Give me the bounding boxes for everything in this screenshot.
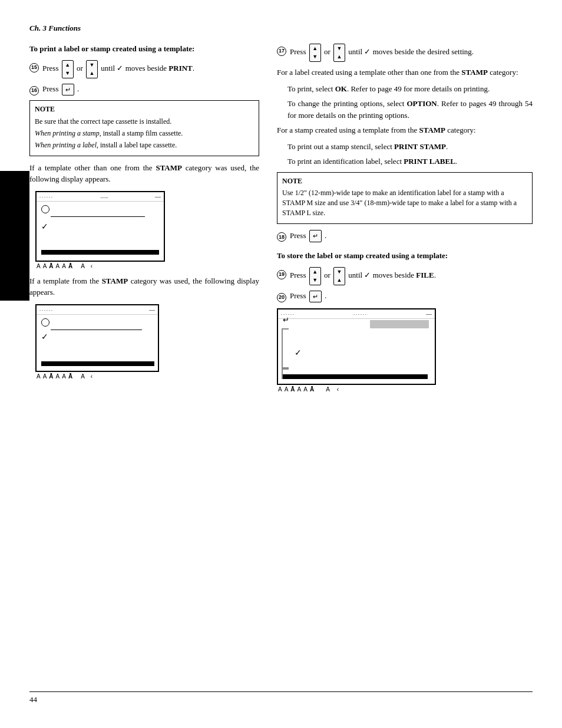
indent-print-label: To print an identification label, select… [287,156,533,167]
kb-label: A [56,263,60,269]
display1-circle [41,205,49,213]
note-right-text: Use 1/2″ (12-mm)-wide tape to make an id… [282,188,527,218]
page: Ch. 3 Functions To print a label or stam… [0,0,562,728]
display2-keyboard-labels: A A Ā A A Ā A ‹ [35,373,259,380]
display-right-bottom-bar [283,374,428,379]
display2-topbar: ...... — [37,305,158,315]
indent-ok: To print, select OK. Refer to page 49 fo… [287,83,533,95]
step-17-content: Press ▲▼ or ▼▲ until ✓ moves beside the … [290,44,533,62]
para-stamp-category: For a stamp created using a template fro… [277,124,533,136]
kb-label: ‹ [337,386,339,393]
up-key-15[interactable]: ▲▼ [62,60,74,78]
display2-circle [41,318,49,327]
step-18-num: 18 [277,230,286,242]
step-19-content: Press ▲▼ or ▼▲ until ✓ moves beside FILE… [290,267,533,285]
para-stamp-template-left: If a template from the STAMP category wa… [29,275,259,298]
enter-key-20[interactable]: ↵ [309,291,322,303]
note-label-right: NOTE [282,176,527,186]
kb-label-bold: Ā [290,386,295,393]
display-right-bracket-top [282,328,289,368]
enter-key-16[interactable]: ↵ [62,84,74,96]
display1-dots-left: ...... [39,193,54,200]
indent-option: To change the printing options, select O… [287,98,533,121]
up-key-17[interactable]: ▲▼ [309,44,321,62]
display1-screen: ...... ...... — ✓ [35,191,165,262]
kb-label: A [62,373,66,380]
step-19: 19 Press ▲▼ or ▼▲ until ✓ moves beside F… [277,267,533,285]
kb-label-bold: Ā [49,373,53,380]
step-19-num: 19 [277,268,286,279]
step-16-num: 16 [29,84,39,95]
kb-label-bold: Ā [49,263,53,269]
para-other-category: For a label created using a template oth… [277,67,533,78]
right-section-title: To store the label or stamp created usin… [277,251,533,261]
page-footer: 44 [29,691,533,704]
enter-key-18[interactable]: ↵ [309,230,322,242]
display-right-check: ✓ [295,348,302,358]
kb-label: A [303,386,308,393]
display2-check-line [49,332,141,344]
step-15: 15 Press ▲▼ or ▼▲ until ✓ moves beside P… [29,60,259,78]
display1-container: ...... ...... — ✓ A A Ā A A Ā [35,191,259,269]
kb-label: A [37,373,41,380]
kb-label: A [81,373,85,380]
note-box-right: NOTE Use 1/2″ (12-mm)-wide tape to make … [277,172,533,224]
page-number: 44 [29,695,37,704]
kb-label: A [43,263,47,269]
step-20-content: Press ↵ . [290,290,533,302]
display-right-dash: — [426,311,432,317]
kb-label: A [37,263,41,269]
step-18-content: Press ↵ . [290,230,533,242]
kb-label: A [81,263,85,269]
display1-dash: — [155,193,161,200]
display1-dots-right: ...... [100,193,108,200]
kb-label: A [278,386,282,393]
display2-screen: ...... — ✓ [35,304,159,372]
step-18: 18 Press ↵ . [277,230,533,242]
kb-label-bold: Ā [310,386,314,393]
display-right-screen: ...... ...... — ↵ ✓ [277,308,436,385]
kb-label-bold: Ā [68,373,72,380]
kb-label: A [297,386,302,393]
note-line-2: When printing a stamp, install a stamp f… [35,129,254,139]
display-right-enter: ↵ [283,315,289,325]
display2-dash: — [149,307,155,313]
step-17: 17 Press ▲▼ or ▼▲ until ✓ moves beside t… [277,44,533,62]
display1-check: ✓ [41,222,48,232]
step-16: 16 Press ↵ . [29,83,259,95]
step-20-num: 20 [277,291,286,302]
note-line-1: Be sure that the correct tape cassette i… [35,117,254,127]
para-other-template-left: If a template other than one from the ST… [29,162,259,185]
note-label-left: NOTE [35,104,254,114]
up-key-19[interactable]: ▲▼ [309,267,321,285]
kb-label: ‹ [91,373,92,380]
left-section-title: To print a label or stamp created using … [29,44,259,54]
display2-bottom-bar [41,361,154,366]
display-right-keyboard: A A Ā A A Ā A ‹ [277,386,533,393]
note-box-left: NOTE Be sure that the correct tape casse… [29,100,259,156]
kb-label: A [43,373,47,380]
kb-label: ‹ [91,263,92,269]
down-key-19[interactable]: ▼▲ [333,267,345,285]
step-20: 20 Press ↵ . [277,290,533,302]
indent-print-stamp: To print out a stamp stencil, select PRI… [287,141,533,153]
two-col-layout: To print a label or stamp created using … [29,44,533,691]
step-15-content: Press ▲▼ or ▼▲ until ✓ moves beside PRIN… [42,60,259,78]
step-15-num: 15 [29,61,39,73]
display1-keyboard-labels: A A Ā A A Ā A ‹ [35,263,259,269]
kb-label: A [62,263,66,269]
kb-label-bold: Ā [68,263,72,269]
step-16-content: Press ↵ . [42,83,259,95]
down-key-17[interactable]: ▼▲ [333,44,345,62]
display-right-container: ...... ...... — ↵ ✓ [277,308,533,393]
display2-check: ✓ [41,332,48,342]
chapter-header: Ch. 3 Functions [29,24,533,33]
display2-container: ...... — ✓ A A Ā A A Ā A [35,304,259,380]
display1-circle-line [51,205,145,217]
black-sidebar [0,171,29,301]
display-right-dots-right: ...... [353,311,368,317]
display1-check-line [49,222,144,233]
step-17-num: 17 [277,44,286,56]
down-key-15[interactable]: ▼▲ [86,60,98,78]
note-line-3: When printing a label, install a label t… [35,140,254,150]
